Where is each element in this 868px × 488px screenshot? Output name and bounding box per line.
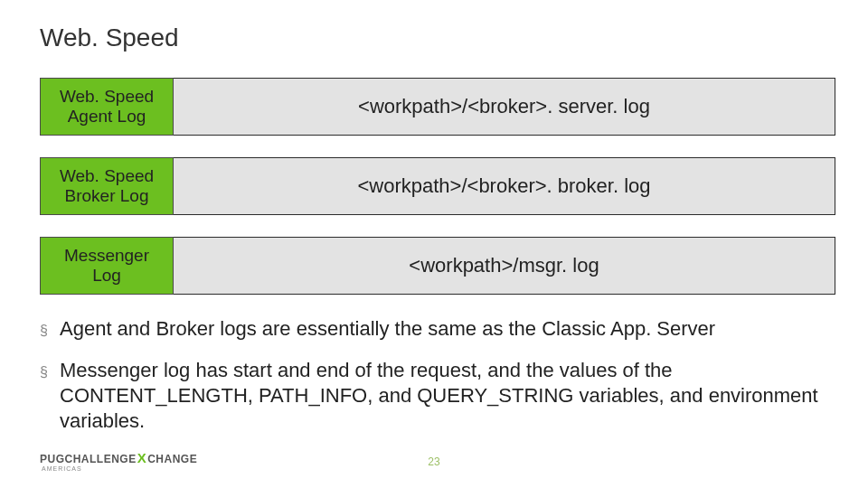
- log-path-messenger: <workpath>/msgr. log: [174, 237, 835, 295]
- log-label-messenger: Messenger Log: [40, 237, 174, 295]
- log-path-broker: <workpath>/<broker>. broker. log: [174, 157, 835, 215]
- table-row: Messenger Log <workpath>/msgr. log: [40, 237, 835, 295]
- page-number: 23: [0, 455, 868, 468]
- slide-title: Web. Speed: [40, 23, 828, 52]
- log-label-agent: Web. Speed Agent Log: [40, 78, 174, 136]
- bullet-text: Agent and Broker logs are essentially th…: [60, 316, 835, 342]
- bullet-marker-icon: §: [40, 316, 60, 343]
- table-row: Web. Speed Broker Log <workpath>/<broker…: [40, 157, 835, 215]
- list-item: § Messenger log has start and end of the…: [40, 358, 835, 434]
- slide: Web. Speed Web. Speed Agent Log <workpat…: [0, 0, 868, 488]
- list-item: § Agent and Broker logs are essentially …: [40, 316, 835, 343]
- log-label-broker: Web. Speed Broker Log: [40, 157, 174, 215]
- bullet-list: § Agent and Broker logs are essentially …: [40, 316, 835, 434]
- bullet-text: Messenger log has start and end of the r…: [60, 358, 835, 434]
- bullet-marker-icon: §: [40, 358, 60, 385]
- log-table: Web. Speed Agent Log <workpath>/<broker>…: [40, 78, 835, 295]
- table-row: Web. Speed Agent Log <workpath>/<broker>…: [40, 78, 835, 136]
- log-path-agent: <workpath>/<broker>. server. log: [174, 78, 835, 136]
